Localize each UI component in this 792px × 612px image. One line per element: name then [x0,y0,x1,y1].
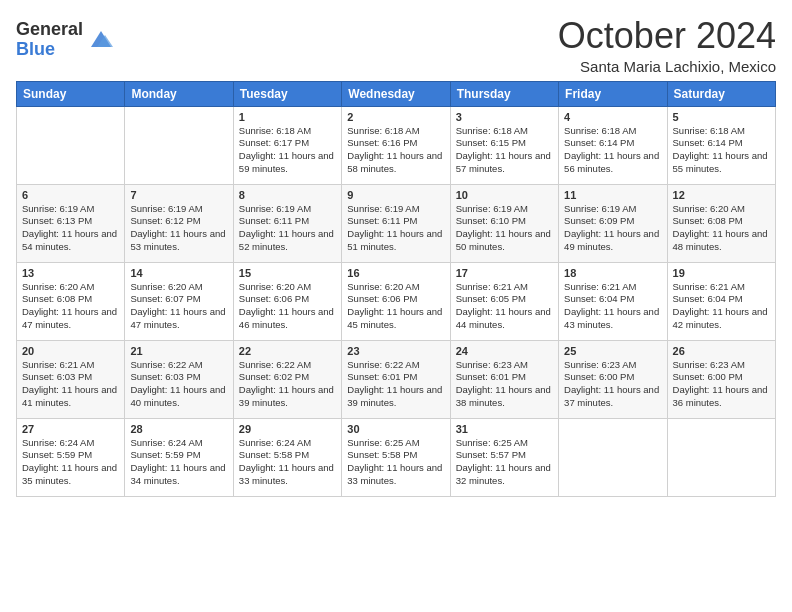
cell-sun-info: Sunrise: 6:20 AMSunset: 6:08 PMDaylight:… [22,281,119,332]
cell-sun-info: Sunrise: 6:21 AMSunset: 6:04 PMDaylight:… [564,281,661,332]
cell-sun-info: Sunrise: 6:21 AMSunset: 6:05 PMDaylight:… [456,281,553,332]
week-row-1: 1Sunrise: 6:18 AMSunset: 6:17 PMDaylight… [17,106,776,184]
cell-day-number: 11 [564,189,661,201]
cell-2-1: 14Sunrise: 6:20 AMSunset: 6:07 PMDayligh… [125,262,233,340]
cell-sun-info: Sunrise: 6:20 AMSunset: 6:08 PMDaylight:… [673,203,770,254]
cell-day-number: 17 [456,267,553,279]
cell-day-number: 15 [239,267,336,279]
cell-sun-info: Sunrise: 6:18 AMSunset: 6:17 PMDaylight:… [239,125,336,176]
cell-day-number: 1 [239,111,336,123]
location-title: Santa Maria Lachixio, Mexico [558,58,776,75]
cell-1-5: 11Sunrise: 6:19 AMSunset: 6:09 PMDayligh… [559,184,667,262]
cell-2-3: 16Sunrise: 6:20 AMSunset: 6:06 PMDayligh… [342,262,450,340]
cell-day-number: 19 [673,267,770,279]
cell-3-5: 25Sunrise: 6:23 AMSunset: 6:00 PMDayligh… [559,340,667,418]
cell-4-3: 30Sunrise: 6:25 AMSunset: 5:58 PMDayligh… [342,418,450,496]
cell-day-number: 26 [673,345,770,357]
week-row-4: 20Sunrise: 6:21 AMSunset: 6:03 PMDayligh… [17,340,776,418]
cell-day-number: 27 [22,423,119,435]
cell-2-5: 18Sunrise: 6:21 AMSunset: 6:04 PMDayligh… [559,262,667,340]
cell-2-0: 13Sunrise: 6:20 AMSunset: 6:08 PMDayligh… [17,262,125,340]
cell-sun-info: Sunrise: 6:21 AMSunset: 6:03 PMDaylight:… [22,359,119,410]
cell-1-0: 6Sunrise: 6:19 AMSunset: 6:13 PMDaylight… [17,184,125,262]
cell-0-6: 5Sunrise: 6:18 AMSunset: 6:14 PMDaylight… [667,106,775,184]
cell-sun-info: Sunrise: 6:20 AMSunset: 6:06 PMDaylight:… [239,281,336,332]
cell-4-6 [667,418,775,496]
cell-sun-info: Sunrise: 6:24 AMSunset: 5:59 PMDaylight:… [22,437,119,488]
cell-1-4: 10Sunrise: 6:19 AMSunset: 6:10 PMDayligh… [450,184,558,262]
header-thursday: Thursday [450,81,558,106]
cell-sun-info: Sunrise: 6:24 AMSunset: 5:59 PMDaylight:… [130,437,227,488]
cell-day-number: 4 [564,111,661,123]
header-saturday: Saturday [667,81,775,106]
cell-sun-info: Sunrise: 6:20 AMSunset: 6:07 PMDaylight:… [130,281,227,332]
cell-day-number: 12 [673,189,770,201]
cell-4-1: 28Sunrise: 6:24 AMSunset: 5:59 PMDayligh… [125,418,233,496]
cell-day-number: 3 [456,111,553,123]
cell-day-number: 28 [130,423,227,435]
logo: General Blue [16,20,115,60]
cell-sun-info: Sunrise: 6:18 AMSunset: 6:14 PMDaylight:… [673,125,770,176]
cell-0-4: 3Sunrise: 6:18 AMSunset: 6:15 PMDaylight… [450,106,558,184]
cell-sun-info: Sunrise: 6:19 AMSunset: 6:10 PMDaylight:… [456,203,553,254]
cell-sun-info: Sunrise: 6:19 AMSunset: 6:12 PMDaylight:… [130,203,227,254]
cell-sun-info: Sunrise: 6:23 AMSunset: 6:00 PMDaylight:… [673,359,770,410]
cell-sun-info: Sunrise: 6:18 AMSunset: 6:15 PMDaylight:… [456,125,553,176]
week-row-5: 27Sunrise: 6:24 AMSunset: 5:59 PMDayligh… [17,418,776,496]
calendar-table: Sunday Monday Tuesday Wednesday Thursday… [16,81,776,497]
cell-sun-info: Sunrise: 6:18 AMSunset: 6:16 PMDaylight:… [347,125,444,176]
cell-3-4: 24Sunrise: 6:23 AMSunset: 6:01 PMDayligh… [450,340,558,418]
cell-sun-info: Sunrise: 6:23 AMSunset: 6:01 PMDaylight:… [456,359,553,410]
cell-sun-info: Sunrise: 6:18 AMSunset: 6:14 PMDaylight:… [564,125,661,176]
cell-sun-info: Sunrise: 6:25 AMSunset: 5:57 PMDaylight:… [456,437,553,488]
cell-sun-info: Sunrise: 6:25 AMSunset: 5:58 PMDaylight:… [347,437,444,488]
title-block: October 2024 Santa Maria Lachixio, Mexic… [558,16,776,75]
cell-day-number: 16 [347,267,444,279]
cell-day-number: 20 [22,345,119,357]
cell-sun-info: Sunrise: 6:23 AMSunset: 6:00 PMDaylight:… [564,359,661,410]
weekday-header-row: Sunday Monday Tuesday Wednesday Thursday… [17,81,776,106]
cell-day-number: 10 [456,189,553,201]
cell-1-1: 7Sunrise: 6:19 AMSunset: 6:12 PMDaylight… [125,184,233,262]
cell-0-2: 1Sunrise: 6:18 AMSunset: 6:17 PMDaylight… [233,106,341,184]
cell-sun-info: Sunrise: 6:20 AMSunset: 6:06 PMDaylight:… [347,281,444,332]
header-sunday: Sunday [17,81,125,106]
cell-day-number: 7 [130,189,227,201]
cell-3-1: 21Sunrise: 6:22 AMSunset: 6:03 PMDayligh… [125,340,233,418]
cell-sun-info: Sunrise: 6:19 AMSunset: 6:13 PMDaylight:… [22,203,119,254]
cell-day-number: 9 [347,189,444,201]
cell-day-number: 18 [564,267,661,279]
cell-day-number: 24 [456,345,553,357]
cell-sun-info: Sunrise: 6:22 AMSunset: 6:01 PMDaylight:… [347,359,444,410]
cell-4-2: 29Sunrise: 6:24 AMSunset: 5:58 PMDayligh… [233,418,341,496]
cell-sun-info: Sunrise: 6:19 AMSunset: 6:09 PMDaylight:… [564,203,661,254]
cell-1-2: 8Sunrise: 6:19 AMSunset: 6:11 PMDaylight… [233,184,341,262]
week-row-3: 13Sunrise: 6:20 AMSunset: 6:08 PMDayligh… [17,262,776,340]
header-wednesday: Wednesday [342,81,450,106]
page-header: General Blue October 2024 Santa Maria La… [16,16,776,75]
cell-sun-info: Sunrise: 6:22 AMSunset: 6:03 PMDaylight:… [130,359,227,410]
logo-blue: Blue [16,40,83,60]
cell-3-2: 22Sunrise: 6:22 AMSunset: 6:02 PMDayligh… [233,340,341,418]
cell-day-number: 8 [239,189,336,201]
logo-icon [87,25,115,53]
cell-0-1 [125,106,233,184]
header-monday: Monday [125,81,233,106]
calendar-page: General Blue October 2024 Santa Maria La… [0,0,792,612]
cell-2-2: 15Sunrise: 6:20 AMSunset: 6:06 PMDayligh… [233,262,341,340]
cell-sun-info: Sunrise: 6:22 AMSunset: 6:02 PMDaylight:… [239,359,336,410]
cell-4-4: 31Sunrise: 6:25 AMSunset: 5:57 PMDayligh… [450,418,558,496]
cell-3-3: 23Sunrise: 6:22 AMSunset: 6:01 PMDayligh… [342,340,450,418]
cell-day-number: 29 [239,423,336,435]
cell-day-number: 14 [130,267,227,279]
cell-day-number: 22 [239,345,336,357]
cell-day-number: 23 [347,345,444,357]
cell-3-0: 20Sunrise: 6:21 AMSunset: 6:03 PMDayligh… [17,340,125,418]
logo-text: General Blue [16,20,83,60]
cell-sun-info: Sunrise: 6:19 AMSunset: 6:11 PMDaylight:… [239,203,336,254]
cell-4-0: 27Sunrise: 6:24 AMSunset: 5:59 PMDayligh… [17,418,125,496]
header-friday: Friday [559,81,667,106]
cell-day-number: 25 [564,345,661,357]
cell-day-number: 21 [130,345,227,357]
header-tuesday: Tuesday [233,81,341,106]
